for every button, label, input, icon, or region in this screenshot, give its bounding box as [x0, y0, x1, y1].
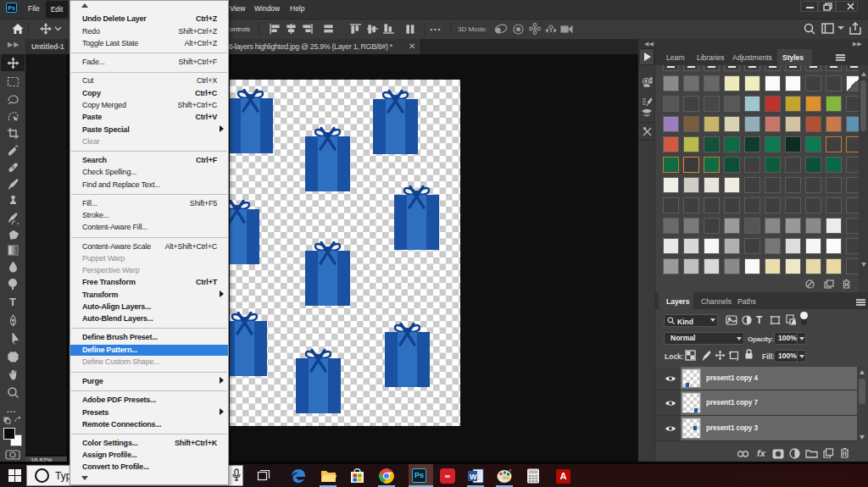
svg-text:W: W: [470, 473, 477, 481]
svg-text:T: T: [9, 296, 16, 308]
